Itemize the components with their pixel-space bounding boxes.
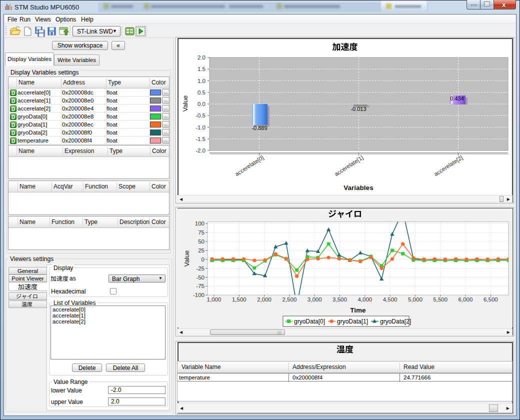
svg-text:-0.889: -0.889 xyxy=(252,125,267,131)
svg-text:6,000: 6,000 xyxy=(458,296,473,302)
svg-text:-0.013: -0.013 xyxy=(350,106,366,112)
svg-text:100: 100 xyxy=(195,220,204,226)
svg-text:-0.5: -0.5 xyxy=(196,112,206,118)
svg-text:-25: -25 xyxy=(196,266,204,272)
svg-text:6,500: 6,500 xyxy=(484,296,498,302)
svg-text:0.434: 0.434 xyxy=(450,96,464,102)
svg-text:2,000: 2,000 xyxy=(257,296,272,302)
svg-text:Variables: Variables xyxy=(344,184,373,192)
svg-text:4,500: 4,500 xyxy=(383,296,398,302)
svg-text:25: 25 xyxy=(198,248,204,254)
svg-text:2,500: 2,500 xyxy=(282,296,297,302)
svg-text:accerelate[2]: accerelate[2] xyxy=(433,154,464,178)
svg-text:5,000: 5,000 xyxy=(408,296,422,302)
svg-text:0.0: 0.0 xyxy=(198,101,206,107)
svg-text:-2.0: -2.0 xyxy=(196,148,206,154)
svg-text:Value: Value xyxy=(183,250,190,266)
svg-text:3,500: 3,500 xyxy=(332,296,347,302)
svg-text:75: 75 xyxy=(198,230,204,236)
svg-text:-1.5: -1.5 xyxy=(196,136,206,142)
svg-text:-75: -75 xyxy=(196,283,204,289)
svg-text:2.0: 2.0 xyxy=(198,54,206,60)
svg-text:gryoData[1]: gryoData[1] xyxy=(337,318,368,325)
svg-text:accerelate[1]: accerelate[1] xyxy=(334,154,364,178)
svg-text:4,000: 4,000 xyxy=(358,296,372,302)
svg-text:0.5: 0.5 xyxy=(198,90,206,96)
svg-text:3,000: 3,000 xyxy=(308,296,322,302)
svg-text:1,500: 1,500 xyxy=(232,296,246,302)
svg-text:Time: Time xyxy=(350,306,366,314)
svg-text:-1.0: -1.0 xyxy=(196,124,206,130)
svg-text:-50: -50 xyxy=(196,274,204,280)
svg-text:gryoData[0]: gryoData[0] xyxy=(294,318,325,325)
svg-text:1.0: 1.0 xyxy=(198,78,206,84)
svg-text:Value: Value xyxy=(182,96,189,112)
svg-text:1.5: 1.5 xyxy=(198,66,206,72)
svg-text:accerelate[0]: accerelate[0] xyxy=(234,154,265,178)
svg-text:1,000: 1,000 xyxy=(207,296,222,302)
svg-text:gryoData[2]: gryoData[2] xyxy=(380,318,411,325)
svg-text:0: 0 xyxy=(202,256,204,262)
svg-text:-100: -100 xyxy=(193,292,204,298)
svg-text:5,500: 5,500 xyxy=(433,296,448,302)
svg-text:50: 50 xyxy=(198,238,204,244)
